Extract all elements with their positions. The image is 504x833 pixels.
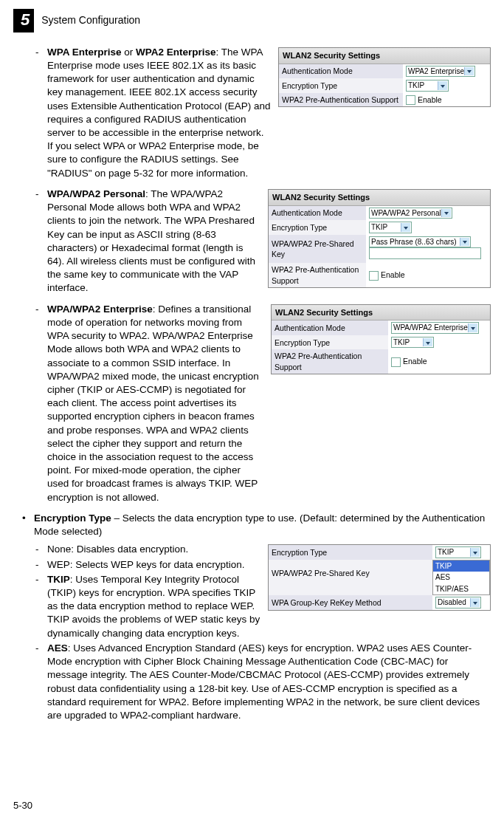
dash-bullet: - [34,543,47,556]
checkbox-preauth[interactable] [391,357,401,367]
paragraph-wpa-enterprise: WPA Enterprise or WPA2 Enterprise: The W… [47,46,271,180]
label-enable: Enable [418,95,442,104]
label-enc-type: Encryption Type [269,545,432,560]
select-auth-mode[interactable]: WPA/WPA2 Personal [369,208,452,219]
select-psk-format[interactable]: Pass Phrase (8..63 chars) [369,236,471,248]
label-auth-mode: Authentication Mode [272,320,388,335]
select-enc-type[interactable]: TKIP [369,222,412,233]
option-tkip-aes[interactable]: TKIP/AES [433,583,489,595]
paragraph-none: None: Disables data encryption. [47,543,260,556]
label-auth-mode: Authentication Mode [279,64,403,79]
paragraph-encryption-type: Encryption Type – Selects the data encry… [34,512,491,538]
select-enc-type[interactable]: TKIP [406,80,449,92]
option-aes[interactable]: AES [433,572,489,583]
dash-bullet: - [34,558,47,572]
option-tkip[interactable]: TKIP [433,561,489,572]
paragraph-tkip: TKIP: Uses Temporal Key Integrity Protoc… [47,573,260,640]
paragraph-wpa-mixed-enterprise: WPA/WPA2 Enterprise: Defines a transitio… [47,303,263,504]
chapter-number: 5 [13,9,34,32]
page-number: 5-30 [13,799,32,812]
figure-title: WLAN2 Security Settings [269,190,490,206]
figure-wlan2-wpa2-enterprise: WLAN2 Security Settings Authentication M… [278,47,491,108]
paragraph-aes: AES: Uses Advanced Encryption Standard (… [47,642,491,722]
label-preauth: WPA2 Pre-Authentication Support [269,263,366,287]
figure-wlan2-mixed-enterprise: WLAN2 Security Settings Authentication M… [271,304,491,374]
label-enable: Enable [381,270,405,279]
label-enc-type: Encryption Type [269,220,366,235]
select-auth-mode[interactable]: WPA/WPA2 Enterprise [391,322,479,334]
checkbox-preauth[interactable] [406,95,415,105]
label-rekey: WPA Group-Key ReKey Method [269,595,432,610]
label-psk: WPA/WPA2 Pre-Shared Key [269,235,366,264]
dash-bullet: - [34,303,47,504]
page-header: 5 System Configuration [13,9,491,32]
select-rekey[interactable]: Disabled [435,597,481,609]
checkbox-preauth[interactable] [369,271,379,281]
label-psk: WPA/WPA2 Pre-Shared Key [269,560,432,587]
figure-title: WLAN2 Security Settings [272,305,490,321]
dash-bullet: - [34,573,47,640]
select-enc-type[interactable]: TKIP [391,337,434,349]
paragraph-wep: WEP: Selects WEP keys for data encryptio… [47,558,260,572]
figure-title: WLAN2 Security Settings [279,48,490,64]
select-enc-type[interactable]: TKIP [435,546,481,558]
figure-wlan2-personal: WLAN2 Security Settings Authentication M… [268,189,491,288]
paragraph-wpa-personal: WPA/WPA2 Personal: The WPA/WPA2 Personal… [47,188,260,295]
figure-encryption-dropdown: Encryption TypeTKIP WPA/WPA2 Pre-Shared … [268,544,491,611]
input-psk[interactable] [369,247,481,259]
dash-bullet: - [34,46,47,180]
dash-bullet: - [34,642,47,722]
dash-bullet: - [34,188,47,295]
label-preauth: WPA2 Pre-Authentication Support [272,349,388,373]
select-auth-mode[interactable]: WPA2 Enterprise [406,66,475,78]
label-auth-mode: Authentication Mode [269,206,366,221]
label-enc-type: Encryption Type [279,78,403,93]
label-enable: Enable [403,357,427,366]
dropdown-options[interactable]: TKIP AES TKIP/AES [432,560,490,596]
chapter-title: System Configuration [41,13,140,27]
label-enc-type: Encryption Type [272,335,388,350]
label-preauth: WPA2 Pre-Authentication Support [279,93,403,107]
bullet: • [22,512,34,538]
